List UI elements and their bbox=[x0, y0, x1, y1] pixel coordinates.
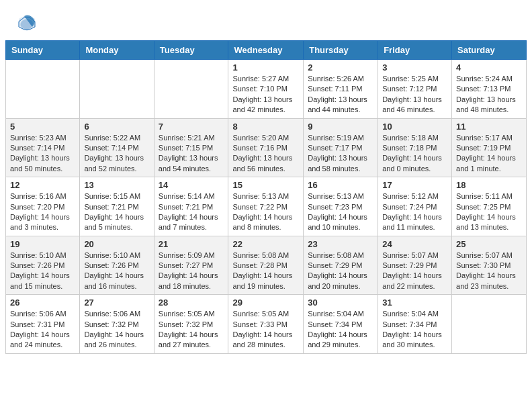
day-info: Sunrise: 5:13 AM Sunset: 7:23 PM Dayligh… bbox=[308, 191, 373, 233]
day-number: 18 bbox=[456, 180, 522, 190]
day-header-thursday: Thursday bbox=[304, 41, 378, 60]
day-info: Sunrise: 5:18 AM Sunset: 7:18 PM Dayligh… bbox=[382, 133, 447, 175]
day-cell: 1Sunrise: 5:27 AM Sunset: 7:10 PM Daylig… bbox=[228, 60, 304, 119]
day-info: Sunrise: 5:24 AM Sunset: 7:13 PM Dayligh… bbox=[456, 74, 522, 116]
day-cell: 29Sunrise: 5:05 AM Sunset: 7:33 PM Dayli… bbox=[228, 295, 304, 354]
day-number: 10 bbox=[382, 122, 447, 132]
week-row-2: 5Sunrise: 5:23 AM Sunset: 7:14 PM Daylig… bbox=[6, 118, 527, 177]
day-info: Sunrise: 5:17 AM Sunset: 7:19 PM Dayligh… bbox=[456, 133, 522, 175]
day-cell: 7Sunrise: 5:21 AM Sunset: 7:15 PM Daylig… bbox=[154, 118, 228, 177]
week-row-4: 19Sunrise: 5:10 AM Sunset: 7:26 PM Dayli… bbox=[6, 236, 527, 295]
day-info: Sunrise: 5:21 AM Sunset: 7:15 PM Dayligh… bbox=[159, 133, 224, 175]
day-info: Sunrise: 5:08 AM Sunset: 7:29 PM Dayligh… bbox=[308, 250, 373, 292]
day-cell: 8Sunrise: 5:20 AM Sunset: 7:16 PM Daylig… bbox=[228, 118, 304, 177]
day-cell: 30Sunrise: 5:04 AM Sunset: 7:34 PM Dayli… bbox=[304, 295, 378, 354]
day-header-tuesday: Tuesday bbox=[154, 41, 228, 60]
day-cell: 19Sunrise: 5:10 AM Sunset: 7:26 PM Dayli… bbox=[6, 236, 80, 295]
week-row-3: 12Sunrise: 5:16 AM Sunset: 7:20 PM Dayli… bbox=[6, 177, 527, 236]
day-cell: 10Sunrise: 5:18 AM Sunset: 7:18 PM Dayli… bbox=[378, 118, 452, 177]
day-number: 22 bbox=[232, 239, 299, 249]
day-cell: 25Sunrise: 5:07 AM Sunset: 7:30 PM Dayli… bbox=[452, 236, 527, 295]
day-number: 14 bbox=[159, 180, 224, 190]
day-info: Sunrise: 5:10 AM Sunset: 7:26 PM Dayligh… bbox=[10, 250, 75, 292]
day-info: Sunrise: 5:08 AM Sunset: 7:28 PM Dayligh… bbox=[232, 250, 299, 292]
day-number: 4 bbox=[456, 62, 522, 73]
calendar-container: SundayMondayTuesdayWednesdayThursdayFrid… bbox=[0, 40, 532, 359]
day-cell: 15Sunrise: 5:13 AM Sunset: 7:22 PM Dayli… bbox=[228, 177, 304, 236]
day-number: 13 bbox=[84, 180, 149, 190]
day-cell: 24Sunrise: 5:07 AM Sunset: 7:29 PM Dayli… bbox=[378, 236, 452, 295]
day-cell: 5Sunrise: 5:23 AM Sunset: 7:14 PM Daylig… bbox=[6, 118, 80, 177]
day-cell: 17Sunrise: 5:12 AM Sunset: 7:24 PM Dayli… bbox=[378, 177, 452, 236]
day-info: Sunrise: 5:23 AM Sunset: 7:14 PM Dayligh… bbox=[10, 133, 75, 175]
day-header-monday: Monday bbox=[80, 41, 154, 60]
day-info: Sunrise: 5:05 AM Sunset: 7:33 PM Dayligh… bbox=[232, 309, 299, 351]
day-cell: 12Sunrise: 5:16 AM Sunset: 7:20 PM Dayli… bbox=[6, 177, 80, 236]
day-header-saturday: Saturday bbox=[452, 41, 527, 60]
day-cell: 26Sunrise: 5:06 AM Sunset: 7:31 PM Dayli… bbox=[6, 295, 80, 354]
day-cell: 21Sunrise: 5:09 AM Sunset: 7:27 PM Dayli… bbox=[154, 236, 228, 295]
day-number: 26 bbox=[10, 298, 75, 308]
day-number: 3 bbox=[382, 62, 447, 73]
day-number: 11 bbox=[456, 122, 522, 132]
day-number: 31 bbox=[382, 298, 447, 308]
day-cell: 3Sunrise: 5:25 AM Sunset: 7:12 PM Daylig… bbox=[378, 60, 452, 119]
day-cell: 23Sunrise: 5:08 AM Sunset: 7:29 PM Dayli… bbox=[304, 236, 378, 295]
day-cell: 2Sunrise: 5:26 AM Sunset: 7:11 PM Daylig… bbox=[304, 60, 378, 119]
day-info: Sunrise: 5:07 AM Sunset: 7:30 PM Dayligh… bbox=[456, 250, 522, 292]
day-header-sunday: Sunday bbox=[6, 41, 80, 60]
day-info: Sunrise: 5:06 AM Sunset: 7:31 PM Dayligh… bbox=[10, 309, 75, 351]
day-cell: 28Sunrise: 5:05 AM Sunset: 7:32 PM Dayli… bbox=[154, 295, 228, 354]
header-row: SundayMondayTuesdayWednesdayThursdayFrid… bbox=[6, 41, 527, 60]
day-header-wednesday: Wednesday bbox=[228, 41, 304, 60]
day-number: 15 bbox=[232, 180, 299, 190]
day-number: 8 bbox=[232, 122, 299, 132]
logo-icon bbox=[16, 12, 38, 34]
day-cell: 27Sunrise: 5:06 AM Sunset: 7:32 PM Dayli… bbox=[80, 295, 154, 354]
day-cell: 14Sunrise: 5:14 AM Sunset: 7:21 PM Dayli… bbox=[154, 177, 228, 236]
day-info: Sunrise: 5:04 AM Sunset: 7:34 PM Dayligh… bbox=[382, 309, 447, 351]
day-number: 20 bbox=[84, 239, 149, 249]
day-number: 29 bbox=[232, 298, 299, 308]
day-number: 30 bbox=[308, 298, 373, 308]
day-number: 27 bbox=[84, 298, 149, 308]
day-info: Sunrise: 5:19 AM Sunset: 7:17 PM Dayligh… bbox=[308, 133, 373, 175]
calendar-body: 1Sunrise: 5:27 AM Sunset: 7:10 PM Daylig… bbox=[6, 60, 527, 354]
day-number: 28 bbox=[159, 298, 224, 308]
day-info: Sunrise: 5:15 AM Sunset: 7:21 PM Dayligh… bbox=[84, 191, 149, 233]
day-number: 2 bbox=[308, 62, 373, 73]
day-number: 7 bbox=[159, 122, 224, 132]
day-header-friday: Friday bbox=[378, 41, 452, 60]
day-info: Sunrise: 5:13 AM Sunset: 7:22 PM Dayligh… bbox=[232, 191, 299, 233]
day-cell bbox=[80, 60, 154, 119]
day-cell: 11Sunrise: 5:17 AM Sunset: 7:19 PM Dayli… bbox=[452, 118, 527, 177]
day-info: Sunrise: 5:10 AM Sunset: 7:26 PM Dayligh… bbox=[84, 250, 149, 292]
day-number: 16 bbox=[308, 180, 373, 190]
day-info: Sunrise: 5:20 AM Sunset: 7:16 PM Dayligh… bbox=[232, 133, 299, 175]
day-number: 17 bbox=[382, 180, 447, 190]
logo bbox=[16, 12, 40, 34]
day-cell bbox=[154, 60, 228, 119]
day-number: 1 bbox=[232, 62, 299, 73]
day-number: 5 bbox=[10, 122, 75, 132]
day-cell: 22Sunrise: 5:08 AM Sunset: 7:28 PM Dayli… bbox=[228, 236, 304, 295]
day-info: Sunrise: 5:12 AM Sunset: 7:24 PM Dayligh… bbox=[382, 191, 447, 233]
day-info: Sunrise: 5:09 AM Sunset: 7:27 PM Dayligh… bbox=[159, 250, 224, 292]
day-info: Sunrise: 5:27 AM Sunset: 7:10 PM Dayligh… bbox=[232, 74, 299, 116]
day-info: Sunrise: 5:16 AM Sunset: 7:20 PM Dayligh… bbox=[10, 191, 75, 233]
day-info: Sunrise: 5:06 AM Sunset: 7:32 PM Dayligh… bbox=[84, 309, 149, 351]
day-cell: 6Sunrise: 5:22 AM Sunset: 7:14 PM Daylig… bbox=[80, 118, 154, 177]
day-number: 23 bbox=[308, 239, 373, 249]
day-number: 24 bbox=[382, 239, 447, 249]
day-number: 6 bbox=[84, 122, 149, 132]
day-number: 21 bbox=[159, 239, 224, 249]
day-info: Sunrise: 5:22 AM Sunset: 7:14 PM Dayligh… bbox=[84, 133, 149, 175]
day-number: 19 bbox=[10, 239, 75, 249]
day-info: Sunrise: 5:07 AM Sunset: 7:29 PM Dayligh… bbox=[382, 250, 447, 292]
day-cell bbox=[452, 295, 527, 354]
day-cell: 13Sunrise: 5:15 AM Sunset: 7:21 PM Dayli… bbox=[80, 177, 154, 236]
day-cell: 20Sunrise: 5:10 AM Sunset: 7:26 PM Dayli… bbox=[80, 236, 154, 295]
calendar-header: SundayMondayTuesdayWednesdayThursdayFrid… bbox=[6, 41, 527, 60]
day-cell: 18Sunrise: 5:11 AM Sunset: 7:25 PM Dayli… bbox=[452, 177, 527, 236]
day-cell: 16Sunrise: 5:13 AM Sunset: 7:23 PM Dayli… bbox=[304, 177, 378, 236]
